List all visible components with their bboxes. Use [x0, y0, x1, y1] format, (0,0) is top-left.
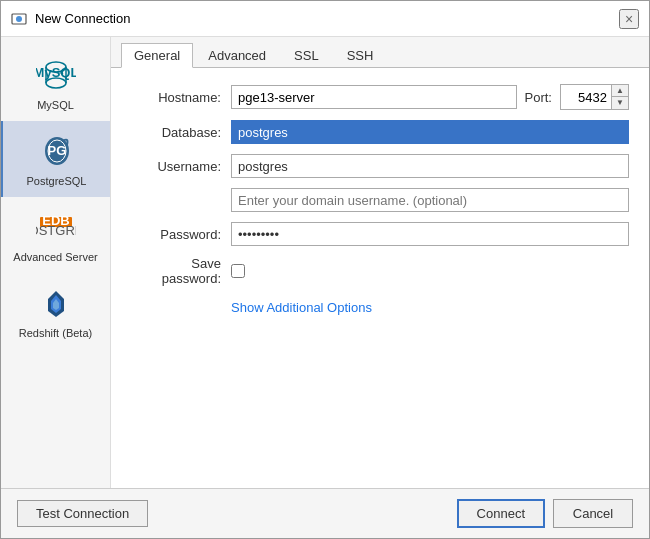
- username-label: Username:: [131, 159, 231, 174]
- dialog-body: MySQL MySQL PG PostgreSQL: [1, 37, 649, 488]
- svg-point-1: [16, 16, 22, 22]
- cancel-button[interactable]: Cancel: [553, 499, 633, 528]
- svg-text:MySQL: MySQL: [36, 65, 76, 80]
- domain-row: [131, 188, 629, 212]
- tab-general[interactable]: General: [121, 43, 193, 68]
- hostname-row: Hostname: Port: ▲ ▼: [131, 84, 629, 110]
- svg-text:PG: PG: [47, 143, 66, 158]
- spinner-buttons: ▲ ▼: [611, 85, 628, 109]
- dialog-title: New Connection: [35, 11, 130, 26]
- sidebar-item-advanced-server[interactable]: EDB POSTGRES Advanced Server: [1, 197, 110, 273]
- tab-ssh[interactable]: SSH: [334, 43, 387, 67]
- mysql-icon: MySQL: [36, 55, 76, 95]
- hostname-label: Hostname:: [131, 90, 231, 105]
- domain-input[interactable]: [231, 188, 629, 212]
- title-bar-left: New Connection: [11, 11, 130, 27]
- show-additional-options-link[interactable]: Show Additional Options: [231, 300, 372, 315]
- sidebar: MySQL MySQL PG PostgreSQL: [1, 37, 111, 488]
- port-down-button[interactable]: ▼: [612, 97, 628, 109]
- tabs: General Advanced SSL SSH: [111, 37, 649, 68]
- sidebar-label-redshift: Redshift (Beta): [19, 327, 92, 339]
- password-input[interactable]: [231, 222, 629, 246]
- footer-right: Connect Cancel: [457, 499, 633, 528]
- main-content: General Advanced SSL SSH Hostname: Port:: [111, 37, 649, 488]
- hostname-input[interactable]: [231, 85, 517, 109]
- port-up-button[interactable]: ▲: [612, 85, 628, 97]
- port-input[interactable]: [561, 85, 611, 109]
- username-row: Username:: [131, 154, 629, 178]
- database-row: Database:: [131, 120, 629, 144]
- tab-ssl[interactable]: SSL: [281, 43, 332, 67]
- sidebar-item-postgresql[interactable]: PG PostgreSQL: [1, 121, 110, 197]
- save-password-label: Save password:: [131, 256, 231, 286]
- svg-text:POSTGRES: POSTGRES: [36, 223, 76, 238]
- dialog-icon: [11, 11, 27, 27]
- sidebar-label-advanced-server: Advanced Server: [13, 251, 97, 263]
- password-row: Password:: [131, 222, 629, 246]
- port-label: Port:: [525, 90, 552, 105]
- footer: Test Connection Connect Cancel: [1, 488, 649, 538]
- form-area: Hostname: Port: ▲ ▼: [111, 68, 649, 488]
- database-input[interactable]: [231, 120, 629, 144]
- connect-button[interactable]: Connect: [457, 499, 545, 528]
- sidebar-item-mysql[interactable]: MySQL MySQL: [1, 45, 110, 121]
- database-label: Database:: [131, 125, 231, 140]
- username-input[interactable]: [231, 154, 629, 178]
- test-connection-button[interactable]: Test Connection: [17, 500, 148, 527]
- save-password-checkbox[interactable]: [231, 264, 245, 278]
- password-label: Password:: [131, 227, 231, 242]
- sidebar-item-redshift[interactable]: Redshift (Beta): [1, 273, 110, 349]
- redshift-icon: [36, 283, 76, 323]
- close-button[interactable]: ×: [619, 9, 639, 29]
- sidebar-label-postgresql: PostgreSQL: [27, 175, 87, 187]
- title-bar: New Connection ×: [1, 1, 649, 37]
- edb-icon: EDB POSTGRES: [36, 207, 76, 247]
- sidebar-label-mysql: MySQL: [37, 99, 74, 111]
- save-password-row: Save password:: [131, 256, 629, 286]
- tab-advanced[interactable]: Advanced: [195, 43, 279, 67]
- port-spinner: ▲ ▼: [560, 84, 629, 110]
- new-connection-dialog: New Connection × MySQL MySQL: [0, 0, 650, 539]
- hostname-controls: Port: ▲ ▼: [231, 84, 629, 110]
- postgresql-icon: PG: [37, 131, 77, 171]
